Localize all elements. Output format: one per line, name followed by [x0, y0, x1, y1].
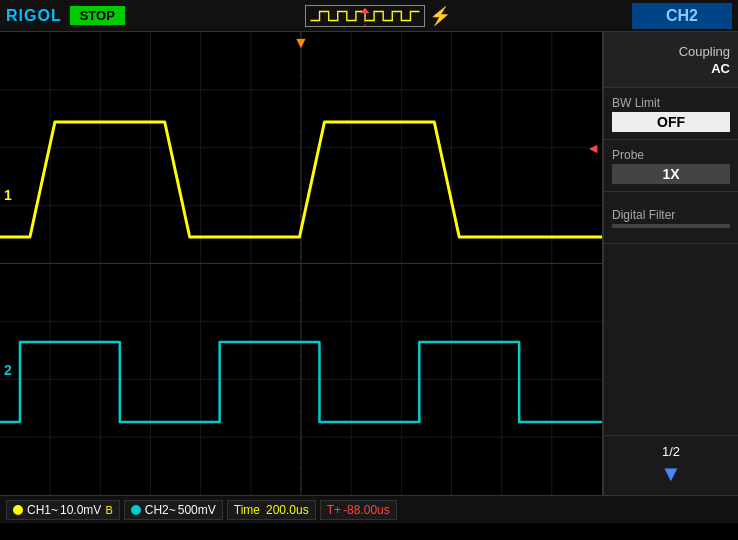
- ch2-status: CH2~ 500mV: [124, 500, 223, 520]
- time-label: Time: [234, 503, 260, 517]
- bottom-bar: CH1~ 10.0mV B CH2~ 500mV Time 200.0us T+…: [0, 495, 738, 523]
- ch1-dot: [13, 505, 23, 515]
- ch1-value: 10.0mV: [60, 503, 101, 517]
- bw-limit-value: OFF: [612, 112, 730, 132]
- trig-label: T+: [327, 503, 341, 517]
- rigol-logo: RIGOL: [6, 7, 62, 25]
- ch1-label: 1: [4, 187, 12, 203]
- main-area: 1 2 ◄ ▼ Coupling AC BW Limit OFF Probe 1…: [0, 32, 738, 495]
- svg-marker-0: [361, 7, 370, 12]
- top-bar: RIGOL STOP ⚡ CH2: [0, 0, 738, 32]
- digital-filter-value: [612, 224, 730, 228]
- ch1-unit-icon: B: [105, 504, 112, 516]
- scope-screen: 1 2 ◄ ▼: [0, 32, 603, 495]
- trigger-level-arrow: ◄: [586, 140, 600, 156]
- probe-value: 1X: [612, 164, 730, 184]
- trigger-marker: ⚡: [429, 5, 451, 27]
- ch1-label-bottom: CH1~: [27, 503, 58, 517]
- trig-status: T+ -88.00us: [320, 500, 397, 520]
- bw-limit-label: BW Limit: [612, 96, 730, 110]
- coupling-menu-item[interactable]: Coupling AC: [604, 32, 738, 88]
- ch2-tab[interactable]: CH2: [632, 3, 732, 29]
- pagination[interactable]: 1/2 ▼: [604, 435, 738, 495]
- time-status: Time 200.0us: [227, 500, 316, 520]
- page-down-arrow[interactable]: ▼: [612, 461, 730, 487]
- trigger-waveform-icon: [305, 5, 425, 27]
- ch2-label: 2: [4, 362, 12, 378]
- ch1-status: CH1~ 10.0mV B: [6, 500, 120, 520]
- bw-limit-menu-item[interactable]: BW Limit OFF: [604, 88, 738, 140]
- grid: [0, 32, 602, 495]
- trigger-area: ⚡: [133, 5, 624, 27]
- trig-value: -88.00us: [343, 503, 390, 517]
- page-label: 1/2: [662, 444, 680, 459]
- probe-menu-item[interactable]: Probe 1X: [604, 140, 738, 192]
- time-value: 200.0us: [266, 503, 309, 517]
- digital-filter-label: Digital Filter: [612, 208, 730, 222]
- coupling-label: Coupling: [612, 44, 730, 59]
- ch2-label-bottom: CH2~: [145, 503, 176, 517]
- ch2-value: 500mV: [178, 503, 216, 517]
- right-panel: Coupling AC BW Limit OFF Probe 1X Digita…: [603, 32, 738, 495]
- digital-filter-menu-item[interactable]: Digital Filter: [604, 192, 738, 244]
- coupling-value: AC: [612, 61, 730, 76]
- probe-label: Probe: [612, 148, 730, 162]
- stop-button[interactable]: STOP: [70, 6, 125, 25]
- ch2-dot: [131, 505, 141, 515]
- trigger-position-arrow: ▼: [293, 34, 309, 52]
